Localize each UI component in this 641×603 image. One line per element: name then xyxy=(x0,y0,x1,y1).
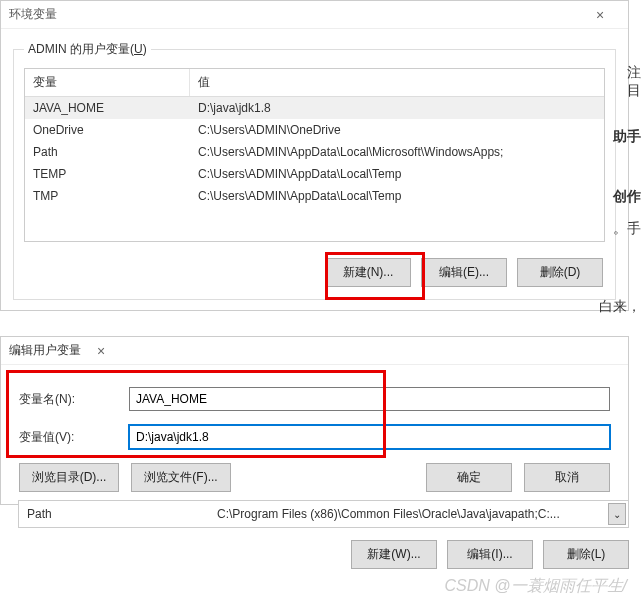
new-button[interactable]: 新建(N)... xyxy=(325,258,411,287)
table-row[interactable]: TEMP C:\Users\ADMIN\AppData\Local\Temp xyxy=(25,163,604,185)
side-text: 白来， xyxy=(599,298,641,316)
var-name-label: 变量名(N): xyxy=(19,391,129,408)
table-row[interactable]: JAVA_HOME D:\java\jdk1.8 xyxy=(25,97,604,119)
dialog1-titlebar: 环境变量 × xyxy=(1,1,628,29)
edit-button[interactable]: 编辑(E)... xyxy=(421,258,507,287)
table-row[interactable]: Path C:\Program Files (x86)\Common Files… xyxy=(18,500,629,528)
cell-val: C:\Program Files (x86)\Common Files\Orac… xyxy=(209,501,628,527)
cell-var: Path xyxy=(25,141,190,163)
env-vars-dialog: 环境变量 × ADMIN 的用户变量(U) 变量 值 JAVA_HOME D:\… xyxy=(0,0,629,311)
side-text: 助手 xyxy=(613,128,641,146)
cell-var: OneDrive xyxy=(25,119,190,141)
dialog2-body: 变量名(N): 变量值(V): 浏览目录(D)... 浏览文件(F)... 确定… xyxy=(1,365,628,504)
delete-button[interactable]: 删除(L) xyxy=(543,540,629,569)
table-row[interactable]: TMP C:\Users\ADMIN\AppData\Local\Temp xyxy=(25,185,604,207)
table-header: 变量 值 xyxy=(25,69,604,97)
system-vars-partial: Path C:\Program Files (x86)\Common Files… xyxy=(18,500,629,569)
cell-val: C:\Users\ADMIN\OneDrive xyxy=(190,119,604,141)
close-icon[interactable]: × xyxy=(580,7,620,23)
cell-var: TEMP xyxy=(25,163,190,185)
edit-button[interactable]: 编辑(I)... xyxy=(447,540,533,569)
ok-button[interactable]: 确定 xyxy=(426,463,512,492)
table-row[interactable]: Path C:\Users\ADMIN\AppData\Local\Micros… xyxy=(25,141,604,163)
user-vars-group: ADMIN 的用户变量(U) 变量 值 JAVA_HOME D:\java\jd… xyxy=(13,49,616,300)
system-vars-buttons: 新建(W)... 编辑(I)... 删除(L) xyxy=(18,540,629,569)
table-body: JAVA_HOME D:\java\jdk1.8 OneDrive C:\Use… xyxy=(25,97,604,241)
var-name-row: 变量名(N): xyxy=(19,387,610,411)
dialog2-buttons: 浏览目录(D)... 浏览文件(F)... 确定 取消 xyxy=(19,463,610,492)
cell-var: TMP xyxy=(25,185,190,207)
side-text: 。手 xyxy=(613,220,641,238)
group-key: U xyxy=(134,42,143,56)
delete-button[interactable]: 删除(D) xyxy=(517,258,603,287)
header-variable[interactable]: 变量 xyxy=(25,69,190,96)
cell-val-text: C:\Program Files (x86)\Common Files\Orac… xyxy=(217,507,560,521)
side-text: 目 xyxy=(627,82,641,100)
cell-val: C:\Users\ADMIN\AppData\Local\Temp xyxy=(190,163,604,185)
var-value-row: 变量值(V): xyxy=(19,425,610,449)
table-empty-space xyxy=(25,207,604,241)
var-value-label: 变量值(V): xyxy=(19,429,129,446)
side-text: 创作 xyxy=(613,188,641,206)
var-value-input[interactable] xyxy=(129,425,610,449)
dialog2-title: 编辑用户变量 xyxy=(9,342,81,359)
edit-var-dialog: 编辑用户变量 × 变量名(N): 变量值(V): 浏览目录(D)... 浏览文件… xyxy=(0,336,629,505)
cell-val: C:\Users\ADMIN\AppData\Local\Temp xyxy=(190,185,604,207)
cell-val: C:\Users\ADMIN\AppData\Local\Microsoft\W… xyxy=(190,141,604,163)
group-legend: ADMIN 的用户变量(U) xyxy=(24,41,151,58)
browse-file-button[interactable]: 浏览文件(F)... xyxy=(131,463,231,492)
side-text: 注 xyxy=(627,64,641,82)
dialog2-titlebar: 编辑用户变量 × xyxy=(1,337,628,365)
var-name-input[interactable] xyxy=(129,387,610,411)
user-vars-buttons: 新建(N)... 编辑(E)... 删除(D) xyxy=(24,258,605,287)
cell-val: D:\java\jdk1.8 xyxy=(190,97,604,119)
cell-var: Path xyxy=(19,501,209,527)
cell-var: JAVA_HOME xyxy=(25,97,190,119)
browse-dir-button[interactable]: 浏览目录(D)... xyxy=(19,463,119,492)
chevron-down-icon[interactable]: ⌄ xyxy=(608,503,626,525)
new-button[interactable]: 新建(W)... xyxy=(351,540,437,569)
spacer xyxy=(243,463,414,492)
header-value[interactable]: 值 xyxy=(190,69,604,96)
close-icon[interactable]: × xyxy=(81,343,121,359)
dialog1-title: 环境变量 xyxy=(9,6,580,23)
table-row[interactable]: OneDrive C:\Users\ADMIN\OneDrive xyxy=(25,119,604,141)
watermark: CSDN @一蓑烟雨任平生/ xyxy=(445,576,627,597)
cancel-button[interactable]: 取消 xyxy=(524,463,610,492)
group-label: ADMIN 的用户变量 xyxy=(28,42,130,56)
user-vars-table[interactable]: 变量 值 JAVA_HOME D:\java\jdk1.8 OneDrive C… xyxy=(24,68,605,242)
